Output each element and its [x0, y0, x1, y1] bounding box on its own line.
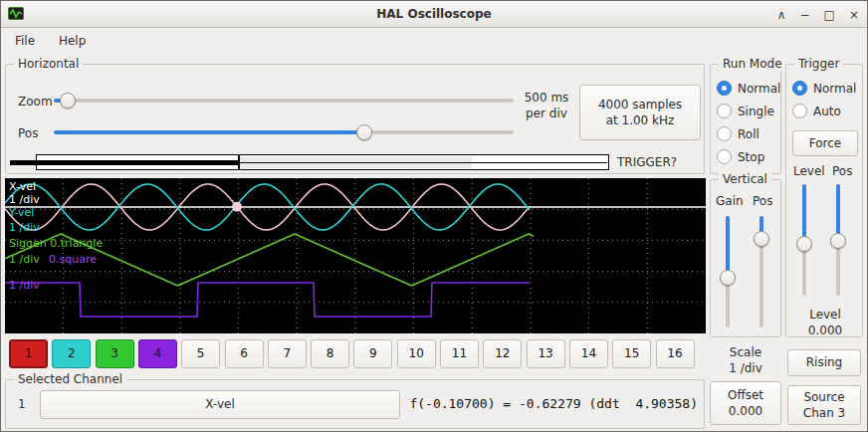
channel-button-16[interactable]: 16 — [656, 339, 695, 368]
radio-indicator — [717, 126, 732, 141]
force-button[interactable]: Force — [792, 130, 858, 156]
timebase-readout: 500 ms per div — [516, 90, 577, 121]
trigger-pos-slider-handle[interactable] — [830, 233, 846, 249]
radio-indicator — [792, 104, 807, 118]
vertical-gain-slider-fill — [726, 216, 730, 278]
horizontal-group: Horizontal Zoom 500 ms per div 4000 samp… — [5, 64, 705, 174]
hpos-slider-fill — [54, 130, 364, 134]
vertical-pos-slider-handle[interactable] — [754, 231, 769, 247]
channel-button-15[interactable]: 15 — [612, 339, 651, 368]
triangle-trace — [5, 234, 534, 286]
channel-button-6[interactable]: 6 — [225, 339, 264, 368]
radio-label: Single — [738, 105, 774, 118]
post-trigger-line — [240, 162, 607, 163]
vertical-gain-slider-handle[interactable] — [720, 270, 736, 286]
zoom-label: Zoom — [18, 95, 53, 108]
trigger-level-slider-fill — [802, 184, 806, 244]
app-window: HAL Oscilloscope ∧ − □ × File Help Horiz… — [0, 0, 868, 432]
radio-label: Auto — [813, 105, 841, 118]
trigger-level-slider[interactable] — [795, 184, 813, 296]
scope-canvas — [5, 178, 706, 333]
trigger-level-readout: Level 0.000 — [786, 307, 864, 338]
radio-indicator — [717, 104, 732, 118]
shade-icon[interactable]: ∧ — [777, 9, 786, 21]
record-position-indicator — [10, 154, 613, 170]
channel-button-2[interactable]: 2 — [52, 339, 91, 368]
minimize-icon[interactable]: − — [800, 9, 810, 21]
selected-channel-number: 1 — [18, 397, 26, 411]
window-controls: ∧ − □ × — [777, 1, 859, 28]
radio-auto[interactable]: Auto — [792, 100, 856, 122]
hpos-slider-handle[interactable] — [356, 124, 372, 140]
close-icon[interactable]: × — [849, 9, 859, 21]
vertical-group-label: Vertical — [719, 172, 771, 186]
run-mode-radios: NormalSingleRollStop — [717, 77, 780, 168]
vertical-group: Vertical Gain Pos — [710, 179, 781, 337]
radio-indicator — [717, 81, 732, 96]
scale-readout: Scale 1 /div — [710, 344, 781, 376]
channel-button-10[interactable]: 10 — [397, 339, 436, 368]
trigger-pos-slider[interactable] — [829, 184, 847, 296]
horizontal-group-label: Horizontal — [14, 57, 83, 71]
trigger-level-slider-handle[interactable] — [796, 236, 812, 252]
channel-button-9[interactable]: 9 — [353, 339, 392, 368]
gain-col-label: Gain — [716, 194, 744, 208]
selected-channel-name-button[interactable]: X-vel — [40, 390, 400, 419]
hpos-slider[interactable] — [54, 123, 514, 141]
menu-help[interactable]: Help — [49, 29, 96, 48]
radio-normal[interactable]: Normal — [792, 77, 856, 100]
trigger-edge-button[interactable]: Rising — [787, 349, 861, 376]
channel-button-3[interactable]: 3 — [96, 339, 134, 368]
radio-indicator — [717, 149, 732, 164]
channel-button-5[interactable]: 5 — [181, 339, 220, 368]
channel-button-8[interactable]: 8 — [311, 339, 349, 368]
trigger-level-col-label: Level — [793, 164, 825, 178]
radio-stop[interactable]: Stop — [717, 145, 780, 168]
square-trace — [5, 283, 530, 317]
radio-single[interactable]: Single — [717, 100, 780, 122]
trigger-source-button[interactable]: Source Chan 3 — [787, 385, 861, 425]
radio-normal[interactable]: Normal — [717, 77, 780, 100]
channel-button-13[interactable]: 13 — [527, 339, 565, 368]
vpos-col-label: Pos — [753, 194, 772, 208]
trigger-pos-col-label: Pos — [832, 164, 852, 178]
vertical-pos-slider[interactable] — [753, 216, 770, 327]
menu-file[interactable]: File — [5, 29, 45, 48]
channel-button-12[interactable]: 12 — [483, 339, 522, 368]
trigger-question-label: TRIGGER? — [617, 155, 677, 169]
channel-button-7[interactable]: 7 — [268, 339, 307, 368]
hpos-label: Pos — [18, 126, 38, 140]
channel-value-readout: f(-0.10700) = -0.62279 (ddt 4.90358) — [409, 396, 698, 411]
pre-trigger-bar — [10, 160, 238, 165]
radio-label: Stop — [738, 150, 764, 164]
trigger-sample-marker — [232, 202, 242, 212]
run-mode-group: Run Mode NormalSingleRollStop — [710, 64, 781, 174]
radio-indicator — [792, 81, 807, 96]
trigger-position-marker — [238, 154, 240, 170]
radio-roll[interactable]: Roll — [717, 122, 780, 145]
radio-label: Normal — [813, 82, 856, 96]
menu-bar: File Help — [1, 29, 867, 55]
channel-button-14[interactable]: 14 — [569, 339, 608, 368]
zoom-slider[interactable] — [54, 92, 514, 109]
channel-buttons-row: 12345678910111213141516 — [9, 339, 706, 369]
channel-button-1[interactable]: 1 — [9, 339, 48, 368]
window-title: HAL Oscilloscope — [1, 7, 867, 21]
zoom-slider-track[interactable] — [54, 99, 514, 103]
channel-button-4[interactable]: 4 — [138, 339, 177, 368]
scope-display: X-vel1 /divY-vel1 /divSiggen 0.triangle1… — [5, 178, 706, 333]
selected-channel-group: Selected Channel 1 X-vel f(-0.10700) = -… — [5, 379, 705, 429]
radio-label: Normal — [738, 82, 780, 96]
zoom-slider-handle[interactable] — [60, 93, 76, 108]
title-bar: HAL Oscilloscope ∧ − □ × — [1, 1, 867, 28]
samples-button[interactable]: 4000 samples at 1.00 kHz — [579, 85, 701, 140]
channel-button-11[interactable]: 11 — [440, 339, 479, 368]
selected-channel-group-label: Selected Channel — [14, 372, 126, 386]
offset-button[interactable]: Offset 0.000 — [710, 381, 781, 425]
trigger-group-label: Trigger — [794, 57, 843, 71]
radio-label: Roll — [738, 127, 760, 141]
maximize-icon[interactable]: □ — [824, 9, 835, 21]
run-mode-group-label: Run Mode — [719, 57, 786, 71]
vertical-gain-slider[interactable] — [719, 216, 737, 327]
trigger-group: Trigger NormalAuto Force Level Pos Level… — [785, 64, 863, 337]
